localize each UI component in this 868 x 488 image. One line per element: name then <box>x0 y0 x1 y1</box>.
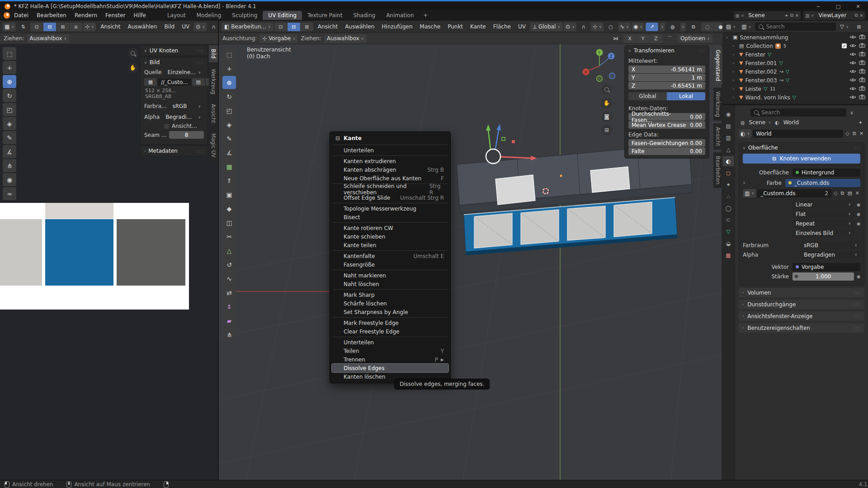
move-tool[interactable]: ⊕ <box>3 75 16 88</box>
hide-eye-icon[interactable] <box>849 94 856 101</box>
menu-item-sch-rfe-l-schen[interactable]: Schärfe löschen <box>332 299 448 308</box>
image-browse-icon[interactable]: ▦ <box>144 78 157 86</box>
annotate-tool[interactable]: ✎ <box>222 132 236 145</box>
viewlayer-name[interactable]: ViewLayer <box>816 12 853 19</box>
fake-user-shield-icon[interactable]: ◇ <box>833 190 838 196</box>
median-x-field[interactable]: X-0.56141 m <box>628 66 705 73</box>
viewport-sidebar-tab-ansicht[interactable]: Ansicht <box>713 123 722 150</box>
edge-fasen-gewichtungen-field[interactable]: Fasen-Gewichtungen0.00 <box>628 139 705 147</box>
uv-edge-select-button[interactable]: ⊟ <box>43 23 56 31</box>
menu-item-schleife-schneiden-und-verschieben[interactable]: Schleife schneiden und verschiebenStrg R <box>332 185 448 193</box>
outliner-row-fenster-003[interactable]: ›▼Fenster.003↝▽ <box>722 76 868 84</box>
smooth-tool[interactable]: ∿ <box>222 272 236 285</box>
menu-item-naht-markieren[interactable]: Naht markieren <box>332 271 448 280</box>
copy-icon[interactable]: ⧉ <box>840 190 845 196</box>
render-properties-tab[interactable]: ◉ <box>722 109 734 119</box>
wireframe-shading-button[interactable]: ◌ <box>701 23 714 31</box>
menu-item-unterteilen[interactable]: Unterteilen <box>332 338 448 347</box>
vector-input-field[interactable]: Vorgabe <box>793 263 860 271</box>
gizmo-toggle[interactable]: ↗ <box>646 23 658 31</box>
transform-tool[interactable]: ◈ <box>222 118 236 131</box>
transform-tool[interactable]: ◈ <box>3 117 16 130</box>
expand-arrow-icon[interactable]: › <box>732 52 737 57</box>
menu-item-trennen[interactable]: TrennenP▶ <box>332 355 448 364</box>
global-button[interactable]: Global <box>628 92 667 100</box>
alpha-dropdown[interactable]: Begradi...∨ <box>162 113 204 121</box>
relax-tool[interactable]: ≈ <box>3 187 16 200</box>
mirror-z-button[interactable]: Z <box>650 34 662 43</box>
workspace-tab-uv-editing[interactable]: UV Editing <box>263 11 302 20</box>
knife-tool[interactable]: ✂ <box>222 230 236 243</box>
disable-render-icon[interactable] <box>859 68 865 75</box>
viewport-menu-ansicht[interactable]: Ansicht <box>314 22 341 31</box>
local-button[interactable]: Lokal <box>667 92 705 100</box>
texture-properties-tab[interactable]: ▩ <box>722 250 734 260</box>
image-name-field[interactable]: _Custom.dds2 <box>757 189 831 197</box>
measure-tool[interactable]: ∡ <box>3 145 16 158</box>
panel-dunstdurchg-nge[interactable]: ›Dunstdurchgänge:::: <box>739 300 864 309</box>
pin-icon[interactable]: ✦ <box>858 120 863 126</box>
filter-funnel-icon[interactable]: ▼ <box>775 43 781 49</box>
menubar-menu-datei[interactable]: Datei <box>10 11 33 20</box>
projection-dropdown[interactable]: Flat∨ <box>793 210 854 218</box>
panel-volumen[interactable]: ›Volumen:::: <box>739 288 864 297</box>
hide-eye-icon[interactable] <box>849 52 856 58</box>
workspace-tab-sculpting[interactable]: Sculpting <box>226 11 263 20</box>
mode-dropdown[interactable]: ◧Bearbeitun...∨ <box>222 23 274 31</box>
viewlayer-properties-tab[interactable]: ▥ <box>722 132 734 143</box>
uv-menu-ausw-hlen[interactable]: Auswählen <box>124 22 160 31</box>
rotate-tool[interactable]: ↻ <box>222 90 236 103</box>
outliner-row-fenster[interactable]: ›▼Fenster▽ <box>722 50 868 59</box>
uv-sidebar-tab-magic-uv[interactable]: Magic UV <box>209 130 218 161</box>
colorspace-dropdown[interactable]: sRGB∨ <box>169 102 204 110</box>
color-input-field[interactable]: _Custom.dds <box>785 179 860 187</box>
mirror-y-button[interactable]: Y <box>637 34 649 43</box>
menu-item-set-sharpness-by-angle[interactable]: Set Sharpness by Angle <box>332 308 448 316</box>
modifiers-properties-tab[interactable]: ✦ <box>722 179 734 190</box>
use-nodes-button[interactable]: ⧉Knoten verwenden <box>743 154 860 164</box>
uv-face-select-button[interactable]: ⊞ <box>57 23 69 31</box>
uv-pivot-dropdown[interactable]: ⊙∨ <box>194 23 207 31</box>
properties-search-input[interactable]: Search <box>750 108 846 117</box>
hide-eye-icon[interactable] <box>849 43 856 49</box>
workspace-tab-shading[interactable]: Shading <box>348 11 381 20</box>
solid-shading-button[interactable]: ● <box>714 23 722 31</box>
expand-arrow-icon[interactable]: › <box>732 43 737 48</box>
snap-path-icon[interactable]: ⌒ <box>664 34 676 43</box>
panel-ansichtsfenster-anzeige[interactable]: ›Ansichtsfenster-Anzeige:::: <box>739 311 864 321</box>
uv-drag-dropdown[interactable]: Auswahlbox∨ <box>27 34 70 43</box>
workspace-tab-texture-paint[interactable]: Texture Paint <box>302 11 348 20</box>
scale-tool[interactable]: ◰ <box>3 103 16 116</box>
breadcrumb-world[interactable]: World <box>783 119 799 126</box>
loop-cut-tool[interactable]: ◫ <box>222 216 236 229</box>
edge-select-button[interactable]: ⊟ <box>288 23 300 31</box>
outliner-row-collection[interactable]: ›▤Collection▼5✓ <box>722 42 868 50</box>
uv-island-select-button[interactable]: ⧈ <box>70 23 82 31</box>
hide-eye-icon[interactable] <box>849 69 856 75</box>
scale-tool[interactable]: ◰ <box>222 104 236 117</box>
outliner-row-szenensammlung[interactable]: ›▣Szenensammlung <box>722 33 868 42</box>
world-properties-tab[interactable]: ◐ <box>722 156 734 166</box>
vertex-mean-vertex-crease-field[interactable]: Mean Vertex Crease0.00 <box>628 121 705 129</box>
workspace-tab-layout[interactable]: Layout <box>162 11 191 20</box>
add-workspace-button[interactable]: + <box>419 11 432 20</box>
snap-dropdown[interactable]: ⊹∨ <box>591 23 604 31</box>
viewport-menu-hinzuf-gen[interactable]: Hinzufügen <box>378 22 416 31</box>
menu-item-naht-l-schen[interactable]: Naht löschen <box>332 280 448 288</box>
outliner-row-wand-vorn-links[interactable]: ›▼Wand. vorn links▽ <box>722 93 868 102</box>
cursor-tool[interactable]: + <box>3 61 16 74</box>
app-menu-icon[interactable] <box>4 12 10 19</box>
bevel-tool[interactable]: ◆ <box>222 202 236 215</box>
expand-arrow-icon[interactable]: › <box>726 35 731 40</box>
menu-item-kanten-extrudieren[interactable]: Kanten extrudieren <box>332 157 448 165</box>
interpolation-dropdown[interactable]: Linear∨ <box>793 201 854 209</box>
uv-menu-uv[interactable]: UV <box>178 22 193 31</box>
menu-item-offset-edge-slide[interactable]: Offset Edge SlideUmschalt Strg R <box>332 193 448 202</box>
menubar-menu-rendern[interactable]: Rendern <box>71 11 101 20</box>
viewport-sidebar-tab-werkzeug[interactable]: Werkzeug <box>713 88 722 121</box>
disable-render-icon[interactable] <box>859 85 865 92</box>
visibility-filter-dropdown[interactable]: ◉∨ <box>632 23 644 31</box>
uv-zoom-icon[interactable] <box>127 48 138 59</box>
viewport-pan-hand-icon[interactable]: ✋ <box>601 98 612 108</box>
rip-region-tool[interactable]: ⋔ <box>3 159 16 172</box>
